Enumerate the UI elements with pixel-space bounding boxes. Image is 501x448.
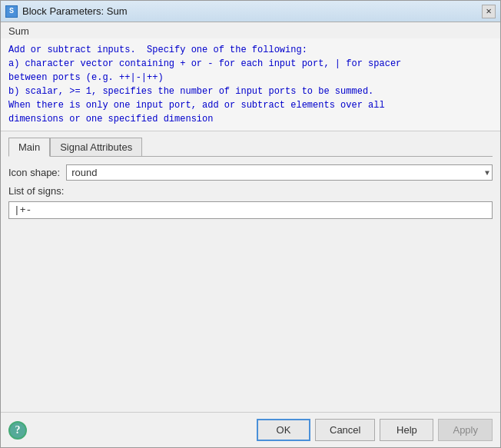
tabs-row: Main Signal Attributes [8,138,493,157]
list-of-signs-input[interactable] [8,201,493,219]
cancel-button[interactable]: Cancel [315,419,375,441]
icon-shape-label: Icon shape: [8,167,60,178]
icon-shape-dropdown-wrapper: round rectangular ▼ [66,164,493,181]
tab-signal-attributes[interactable]: Signal Attributes [50,138,142,156]
tab-main[interactable]: Main [8,138,50,157]
list-of-signs-label: List of signs: [8,185,493,197]
content-spacer [8,224,493,404]
window-title: Block Parameters: Sum [22,5,128,17]
close-button[interactable]: ✕ [482,5,496,18]
icon-shape-select[interactable]: round rectangular [66,164,493,181]
block-parameters-window: S Block Parameters: Sum ✕ Sum Add or sub… [0,0,501,448]
button-bar-right: OK Cancel Help Apply [257,419,493,441]
apply-button[interactable]: Apply [438,419,493,441]
button-bar: ? OK Cancel Help Apply [1,412,500,447]
ok-button[interactable]: OK [257,419,310,441]
description-text: Add or subtract inputs. Specify one of t… [8,43,493,126]
help-icon-button[interactable]: ? [8,421,27,440]
section-label: Sum [1,22,500,38]
description-box: Add or subtract inputs. Specify one of t… [1,38,500,131]
content-area: Icon shape: round rectangular ▼ List of … [1,157,500,412]
icon-shape-row: Icon shape: round rectangular ▼ [8,164,493,181]
help-button[interactable]: Help [380,419,433,441]
tabs-area: Main Signal Attributes [1,131,500,157]
title-bar: S Block Parameters: Sum ✕ [1,1,500,22]
window-icon: S [5,5,18,18]
title-bar-left: S Block Parameters: Sum [5,5,128,18]
